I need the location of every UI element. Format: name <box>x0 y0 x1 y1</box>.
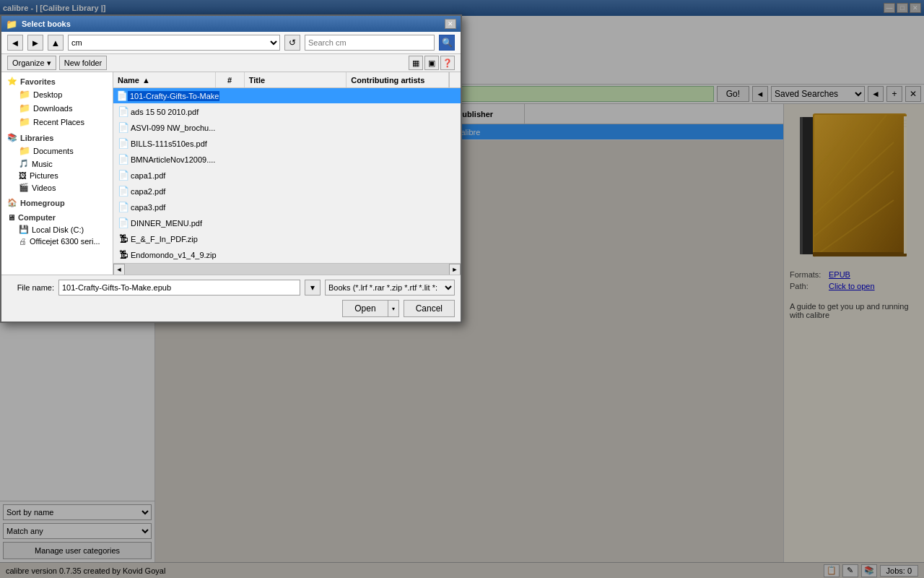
file-cell-contributing-0 <box>354 95 461 98</box>
dialog-col-name[interactable]: Name ▲ <box>113 72 216 87</box>
file-cell-title-0 <box>248 95 354 98</box>
downloads-folder-icon: 📁 <box>19 103 30 113</box>
sidebar-item-pictures[interactable]: 🖼 Pictures <box>4 170 110 181</box>
dialog-refresh-button[interactable]: ↺ <box>284 35 300 51</box>
dialog-search-button[interactable]: 🔍 <box>439 35 455 51</box>
sidebar-item-desktop[interactable]: 📁 Desktop <box>4 87 110 101</box>
sidebar-item-local-disk[interactable]: 💾 Local Disk (C:) <box>4 223 110 236</box>
sidebar-item-documents[interactable]: 📁 Documents <box>4 144 110 158</box>
dialog-title-bar: 📁 Select books ✕ <box>1 16 461 32</box>
file-cell-name-2: 📄 ASVI-099 NW_brochu... <box>113 121 219 134</box>
dialog-filename-dropdown[interactable]: ▾ <box>305 280 321 296</box>
file-icon-8: 📄 <box>116 217 131 228</box>
dialog-file-row-2[interactable]: 📄 ASVI-099 NW_brochu... <box>113 120 461 136</box>
view-btn-help[interactable]: ❓ <box>440 56 455 70</box>
dialog-filename-row: File name: ▾ Books (*.lrf *.rar *.zip *.… <box>7 280 455 296</box>
dialog-up-button[interactable]: ▲ <box>48 35 64 51</box>
videos-icon: 🎬 <box>19 183 29 192</box>
sidebar-item-downloads[interactable]: 📁 Downloads <box>4 101 110 115</box>
dialog-sidebar: ⭐ Favorites 📁 Desktop 📁 Downloads 📁 Rece… <box>1 72 113 275</box>
dialog-file-row-4[interactable]: 📄 BMNArticleNov12009.... <box>113 152 461 168</box>
pictures-icon: 🖼 <box>19 171 27 180</box>
file-cell-name-5: 📄 capa1.pdf <box>113 168 219 182</box>
documents-icon: 📁 <box>19 145 30 156</box>
file-cell-name-4: 📄 BMNArticleNov12009.... <box>113 152 219 166</box>
dialog-sub-toolbar: Organize ▾ New folder ▦ ▣ ❓ <box>1 54 461 72</box>
dialog-file-row-9[interactable]: 🗜 E_&_F_In_PDF.zip <box>113 231 461 247</box>
dialog-search-input[interactable] <box>305 35 435 51</box>
dialog-action-row: Open ▾ Cancel <box>7 300 455 317</box>
view-btn-2[interactable]: ▣ <box>424 56 439 70</box>
dialog-file-row-6[interactable]: 📄 capa2.pdf <box>113 184 461 199</box>
file-icon-6: 📄 <box>116 186 131 197</box>
dialog-file-row-1[interactable]: 📄 ads 15 50 2010.pdf <box>113 104 461 120</box>
sidebar-header-computer[interactable]: 🖥 Computer <box>4 212 110 223</box>
col-header-scrollpad <box>449 72 461 87</box>
dialog-hscroll[interactable]: ◄ ► <box>113 263 461 275</box>
file-cell-name-1: 📄 ads 15 50 2010.pdf <box>113 105 219 118</box>
dialog-cancel-button[interactable]: Cancel <box>404 300 455 317</box>
sidebar-header-favorites[interactable]: ⭐ Favorites <box>4 75 110 87</box>
file-cell-name-10: 🗜 Endomondo_v1_4_9.zip <box>113 248 219 262</box>
dialog-content: ⭐ Favorites 📁 Desktop 📁 Downloads 📁 Rece… <box>1 72 461 275</box>
printer-icon: 🖨 <box>19 237 27 246</box>
file-cell-name-8: 📄 DINNER_MENU.pdf <box>113 216 219 230</box>
dialog-forward-button[interactable]: ► <box>27 35 43 51</box>
dialog-close-button[interactable]: ✕ <box>445 19 456 29</box>
file-icon-3: 📄 <box>116 138 131 149</box>
view-btn-1[interactable]: ▦ <box>409 56 423 70</box>
sidebar-section-favorites: ⭐ Favorites 📁 Desktop 📁 Downloads 📁 Rece… <box>4 75 110 129</box>
dialog-file-row-7[interactable]: 📄 capa3.pdf <box>113 199 461 215</box>
sidebar-item-videos[interactable]: 🎬 Videos <box>4 181 110 194</box>
homegroup-icon: 🏠 <box>7 198 17 207</box>
dialog-file-row-5[interactable]: 📄 capa1.pdf <box>113 168 461 184</box>
file-icon-10: 🗜 <box>116 249 131 260</box>
favorites-star-icon: ⭐ <box>7 77 17 86</box>
sidebar-item-music[interactable]: 🎵 Music <box>4 158 110 170</box>
dialog-col-headers: Name ▲ # Title Contributing artists <box>113 72 461 88</box>
organize-button[interactable]: Organize ▾ <box>7 56 56 70</box>
dialog-col-contributing[interactable]: Contributing artists <box>346 72 449 87</box>
music-icon: 🎵 <box>19 159 29 168</box>
dialog-open-button[interactable]: Open <box>342 300 387 317</box>
libraries-icon: 📚 <box>7 133 17 142</box>
new-folder-button[interactable]: New folder <box>59 56 108 70</box>
dialog-filetype-select[interactable]: Books (*.lrf *.rar *.zip *.rtf *.lit *: <box>325 280 455 296</box>
dialog-file-row-0[interactable]: 📄 101-Crafty-Gifts-To-Make.epub <box>113 88 461 104</box>
hscroll-right-btn[interactable]: ► <box>449 264 461 275</box>
dialog-file-area: Name ▲ # Title Contributing artists <box>113 72 461 275</box>
file-icon-7: 📄 <box>116 202 131 212</box>
file-icon-0: 📄 <box>116 90 128 101</box>
dialog-filename-input[interactable] <box>58 280 300 296</box>
file-cell-name-3: 📄 BILLS-111s510es.pdf <box>113 137 219 150</box>
dialog-col-title[interactable]: Title <box>245 72 347 87</box>
file-cell-name-6: 📄 capa2.pdf <box>113 184 219 198</box>
sidebar-section-libraries: 📚 Libraries 📁 Documents 🎵 Music 🖼 Pictur… <box>4 131 110 194</box>
dialog-location-select[interactable]: cm <box>68 35 280 51</box>
sidebar-header-homegroup[interactable]: 🏠 Homegroup <box>4 197 110 209</box>
dialog-open-dropdown[interactable]: ▾ <box>388 300 399 317</box>
sidebar-section-homegroup: 🏠 Homegroup <box>4 197 110 209</box>
dialog-file-row-10[interactable]: 🗜 Endomondo_v1_4_9.zip <box>113 247 461 263</box>
file-icon-1: 📄 <box>116 106 131 117</box>
dialog-back-button[interactable]: ◄ <box>7 35 23 51</box>
computer-icon: 🖥 <box>7 213 15 222</box>
file-icon-2: 📄 <box>116 122 131 133</box>
hscroll-left-btn[interactable]: ◄ <box>113 264 125 275</box>
desktop-folder-icon: 📁 <box>19 89 30 100</box>
file-icon-9: 🗜 <box>116 233 131 244</box>
sidebar-item-recent-places[interactable]: 📁 Recent Places <box>4 115 110 129</box>
hscroll-track[interactable] <box>125 264 449 275</box>
file-icon-5: 📄 <box>116 170 131 181</box>
view-buttons: ▦ ▣ ❓ <box>409 56 455 70</box>
dialog-overlay: 📁 Select books ✕ ◄ ► ▲ cm ↺ 🔍 Organize ▾… <box>0 0 924 578</box>
file-cell-num-0 <box>219 95 248 98</box>
dialog-file-row-8[interactable]: 📄 DINNER_MENU.pdf <box>113 215 461 231</box>
sidebar-header-libraries[interactable]: 📚 Libraries <box>4 131 110 144</box>
sidebar-item-printer[interactable]: 🖨 Officejet 6300 seri... <box>4 236 110 247</box>
dialog-file-scroll[interactable]: 📄 101-Crafty-Gifts-To-Make.epub 📄 ads 15… <box>113 88 461 263</box>
dialog-filename-label: File name: <box>7 283 54 292</box>
dialog-file-row-3[interactable]: 📄 BILLS-111s510es.pdf <box>113 136 461 152</box>
dialog-bottom: File name: ▾ Books (*.lrf *.rar *.zip *.… <box>1 275 461 322</box>
dialog-col-num[interactable]: # <box>216 72 245 87</box>
